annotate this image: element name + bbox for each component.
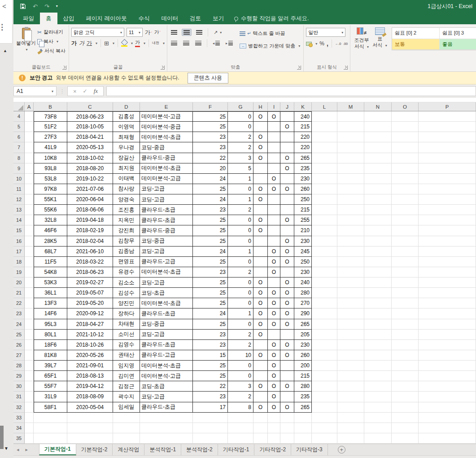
kebab-menu-icon[interactable]: ⋮: [0, 22, 6, 32]
cell-I4[interactable]: O: [268, 111, 280, 122]
cell-M18[interactable]: [337, 257, 364, 267]
tell-me-box[interactable]: 수행할 작업을 알려 주세요.: [234, 13, 309, 24]
font-size-combo[interactable]: 11▾: [127, 28, 143, 37]
cell-N30[interactable]: [364, 381, 392, 392]
conditional-formatting-button[interactable]: 조건부 서식 ▾: [353, 26, 371, 63]
cell-A12[interactable]: [25, 194, 34, 205]
cell-C30[interactable]: 2019-04-12: [67, 381, 113, 392]
cell-B13[interactable]: 55K6: [34, 205, 67, 215]
cell-I22[interactable]: O: [268, 298, 280, 308]
cell-J20[interactable]: O: [280, 277, 294, 288]
cell-J6[interactable]: [280, 132, 294, 142]
cell-O31[interactable]: [392, 392, 419, 402]
cell-A33[interactable]: [25, 413, 34, 423]
cell-H29[interactable]: [253, 371, 268, 381]
cell-M22[interactable]: [337, 298, 364, 308]
font-color-dropdown-icon[interactable]: ▾: [144, 41, 145, 45]
menu-tab-검토[interactable]: 검토: [184, 13, 207, 24]
cell-F27[interactable]: 15: [193, 350, 228, 361]
cell-C23[interactable]: 2020-09-12: [67, 308, 113, 319]
comma-style-button[interactable]: ,: [327, 40, 328, 47]
cell-C6[interactable]: 2018-04-21: [67, 132, 113, 142]
cell-I17[interactable]: O: [268, 247, 280, 257]
cell-E18[interactable]: 클라우드-고급: [140, 257, 193, 267]
cell-K29[interactable]: 215: [294, 371, 312, 381]
name-box[interactable]: A1▾: [13, 86, 57, 96]
align-bottom-button[interactable]: [195, 29, 204, 35]
cell-O9[interactable]: [392, 163, 419, 174]
cell-E14[interactable]: 클라우드-초급: [140, 215, 193, 225]
cell-P35[interactable]: [419, 433, 476, 444]
align-right-button[interactable]: [194, 40, 203, 46]
cell-L35[interactable]: [312, 433, 337, 444]
cell-E7[interactable]: 코딩-중급: [140, 142, 193, 153]
cell-G17[interactable]: 1: [228, 247, 253, 257]
fill-color-button[interactable]: [121, 40, 127, 46]
cell-O29[interactable]: [392, 371, 419, 381]
cell-M28[interactable]: [337, 361, 364, 371]
cell-B33[interactable]: [34, 413, 67, 423]
copy-button[interactable]: 복사▾: [36, 37, 66, 46]
cell-E35[interactable]: [140, 433, 193, 444]
cell-K21[interactable]: 280: [294, 288, 312, 298]
cell-B16[interactable]: 28K5: [34, 236, 67, 247]
cell-M27[interactable]: [337, 350, 364, 361]
column-header-P[interactable]: P: [419, 102, 476, 111]
cell-G33[interactable]: [228, 413, 253, 423]
cell-F18[interactable]: 25: [193, 257, 228, 267]
cell-M14[interactable]: [337, 215, 364, 225]
cell-H9[interactable]: [253, 163, 268, 174]
menu-tab-홈[interactable]: 홈: [40, 13, 57, 24]
cell-I6[interactable]: [268, 132, 280, 142]
cell-F21[interactable]: 25: [193, 288, 228, 298]
cell-P33[interactable]: [419, 413, 476, 423]
cell-E15[interactable]: 클라우드-중급: [140, 225, 193, 236]
cell-B6[interactable]: 27F3: [34, 132, 67, 142]
align-top-button[interactable]: [170, 29, 179, 35]
sheet-prev-icon[interactable]: ◂: [13, 444, 22, 455]
cell-I29[interactable]: O: [268, 371, 280, 381]
cell-H30[interactable]: O: [253, 381, 268, 392]
cell-I20[interactable]: [268, 277, 280, 288]
cell-D13[interactable]: 조진홍: [113, 205, 140, 215]
cell-K4[interactable]: 240: [294, 111, 312, 122]
merge-center-button[interactable]: ↔병합하고 가운데 맞춤▾: [239, 41, 301, 51]
cell-D12[interactable]: 양경숙: [113, 194, 140, 205]
down-triangle-icon[interactable]: ▼: [4, 446, 9, 451]
cell-I11[interactable]: O: [268, 184, 280, 194]
sheet-tab-분석작업-2[interactable]: 분석작업-2: [181, 444, 218, 455]
paste-dropdown-icon[interactable]: ▾: [26, 48, 27, 52]
cell-M20[interactable]: [337, 277, 364, 288]
row-header-23[interactable]: 23: [13, 308, 25, 319]
cell-M4[interactable]: [337, 111, 364, 122]
cell-B12[interactable]: 55K1: [34, 194, 67, 205]
cell-J13[interactable]: [280, 205, 294, 215]
cell-O23[interactable]: [392, 308, 419, 319]
cell-D19[interactable]: 유경수: [113, 267, 140, 277]
enable-content-button[interactable]: 콘텐츠 사용: [188, 73, 228, 84]
column-header-D[interactable]: D: [113, 102, 140, 111]
cell-O10[interactable]: [392, 174, 419, 184]
cell-D16[interactable]: 김창무: [113, 236, 140, 247]
cell-H4[interactable]: O: [253, 111, 268, 122]
cell-G30[interactable]: 3: [228, 381, 253, 392]
column-header-A[interactable]: A: [25, 102, 34, 111]
column-header-B[interactable]: B: [34, 102, 67, 111]
cell-N13[interactable]: [364, 205, 392, 215]
cell-M6[interactable]: [337, 132, 364, 142]
cell-H28[interactable]: [253, 361, 268, 371]
cell-N4[interactable]: [364, 111, 392, 122]
cell-A16[interactable]: [25, 236, 34, 247]
cell-G18[interactable]: 0: [228, 257, 253, 267]
cell-L6[interactable]: [312, 132, 337, 142]
redo-icon[interactable]: ↷: [44, 4, 49, 9]
cell-E12[interactable]: 코딩-고급: [140, 194, 193, 205]
cell-P34[interactable]: [419, 423, 476, 433]
cell-O27[interactable]: [392, 350, 419, 361]
cell-L7[interactable]: [312, 142, 337, 153]
cell-L5[interactable]: [312, 122, 337, 132]
align-middle-button[interactable]: [182, 29, 192, 36]
phonetic-button[interactable]: 내천: [152, 41, 159, 45]
cell-G22[interactable]: 0: [228, 298, 253, 308]
cell-I28[interactable]: O: [268, 361, 280, 371]
